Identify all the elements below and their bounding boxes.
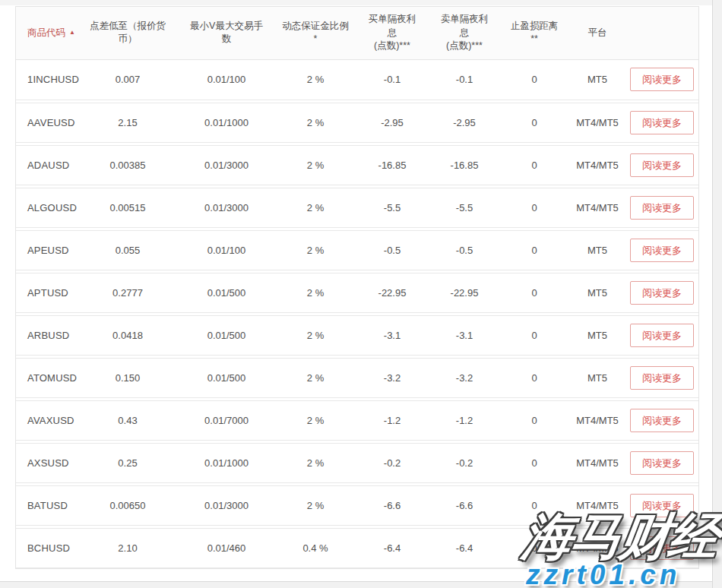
table-body: 1INCHUSD 0.007 0.01/100 2 % -0.1 -0.1 0 … [16,60,698,568]
cell-platform: MT5 [569,74,625,85]
cell-spread: 0.25 [78,457,177,469]
read-more-button[interactable]: 阅读更多 [630,366,694,390]
cell-sl-distance: 0 [499,415,569,426]
read-more-button[interactable]: 阅读更多 [630,239,694,262]
read-more-button[interactable]: 阅读更多 [630,68,694,91]
cell-platform: MT4/MT5 [569,457,625,469]
table-row: ATOMUSD 0.150 0.01/500 2 % -3.2 -3.2 0 M… [16,358,698,398]
cell-lots: 0.01/3000 [177,160,276,171]
read-more-button[interactable]: 阅读更多 [630,196,694,220]
read-more-button[interactable]: 阅读更多 [630,153,694,177]
cell-lots: 0.01/1000 [177,457,276,469]
cell-spread: 0.0418 [78,330,177,341]
cell-symbol: APTUSD [16,287,78,299]
column-header-lots: 最小V最大交易手 数 [177,20,276,46]
cell-sell-swap: -0.5 [429,245,499,256]
cell-symbol: BATUSD [16,500,78,511]
read-more-button[interactable]: 阅读更多 [630,111,694,134]
cell-platform: MT5 [569,330,625,341]
cell-symbol: 1INCHUSD [16,74,78,85]
cell-margin: 2 % [276,330,355,341]
column-header-symbol-label: 商品代码 [27,27,65,38]
cell-sl-distance: 0 [499,117,569,128]
cell-platform: MT5 [569,287,625,299]
cell-spread: 2.15 [78,117,177,128]
cell-spread: 0.2777 [78,287,177,299]
cell-sell-swap: -3.1 [429,330,499,341]
cell-sl-distance: 0 [499,74,569,85]
cell-spread: 0.00515 [78,202,177,213]
cell-margin: 2 % [276,245,355,256]
column-header-symbol[interactable]: 商品代码▲ [16,27,78,40]
instruments-table: 商品代码▲ 点差低至（报价货 币） 最小V最大交易手 数 动态保证金比例 * 买… [15,6,699,569]
column-header-platform: 平台 [569,27,625,40]
cell-sell-swap: -2.95 [429,117,499,128]
cell-margin: 2 % [276,287,355,299]
cell-lots: 0.01/3000 [177,202,276,213]
cell-symbol: ARBUSD [16,330,78,341]
cell-buy-swap: -3.1 [355,330,429,341]
cell-margin: 2 % [276,457,355,469]
cell-buy-swap: -16.85 [355,160,429,171]
cell-buy-swap: -0.5 [355,245,429,256]
cell-sell-swap: -6.4 [429,542,499,554]
cell-sell-swap: -3.2 [429,372,499,384]
cell-spread: 0.00385 [78,160,177,171]
read-more-button[interactable]: 阅读更多 [630,409,694,432]
cell-symbol: APEUSD [16,245,78,256]
cell-spread: 0.007 [78,74,177,85]
column-header-spread: 点差低至（报价货 币） [78,20,177,46]
cell-lots: 0.01/100 [177,245,276,256]
cell-margin: 2 % [276,415,355,426]
cell-lots: 0.01/3000 [177,500,276,511]
cell-symbol: ADAUSD [16,160,78,171]
cell-buy-swap: -22.95 [355,287,429,299]
cell-buy-swap: -5.5 [355,202,429,213]
cell-spread: 0.150 [78,372,177,384]
cell-symbol: AAVEUSD [16,117,78,128]
cell-platform: MT5 [569,245,625,256]
table-row: AAVEUSD 2.15 0.01/1000 2 % -2.95 -2.95 0… [16,103,698,143]
cell-lots: 0.01/1000 [177,117,276,128]
cell-sl-distance: 0 [499,330,569,341]
cell-sl-distance: 0 [499,457,569,469]
cell-sell-swap: -0.2 [429,457,499,469]
watermark-site-url: zzrt01.cn [526,559,680,588]
cell-buy-swap: -0.2 [355,457,429,469]
cell-sl-distance: 0 [499,245,569,256]
cell-sell-swap: -5.5 [429,202,499,213]
cell-platform: MT4/MT5 [569,160,625,171]
table-row: APTUSD 0.2777 0.01/500 2 % -22.95 -22.95… [16,273,698,313]
sort-asc-icon: ▲ [69,29,75,36]
cell-spread: 2.10 [78,542,177,554]
cell-symbol: AXSUSD [16,457,78,469]
cell-sell-swap: -1.2 [429,415,499,426]
cell-platform: MT5 [569,372,625,384]
read-more-button[interactable]: 阅读更多 [630,281,694,305]
cell-sl-distance: 0 [499,202,569,213]
cell-margin: 2 % [276,372,355,384]
cell-spread: 0.43 [78,415,177,426]
table-row: ARBUSD 0.0418 0.01/500 2 % -3.1 -3.1 0 M… [16,315,698,356]
vertical-scrollbar[interactable] [712,0,722,588]
table-row: ALGOUSD 0.00515 0.01/3000 2 % -5.5 -5.5 … [16,188,698,228]
cell-sell-swap: -6.6 [429,500,499,511]
cell-sell-swap: -16.85 [429,160,499,171]
cell-buy-swap: -0.1 [355,74,429,85]
cell-lots: 0.01/500 [177,372,276,384]
read-more-button[interactable]: 阅读更多 [630,324,694,347]
cell-spread: 0.00650 [78,500,177,511]
read-more-button[interactable]: 阅读更多 [630,451,694,475]
table-row: 1INCHUSD 0.007 0.01/100 2 % -0.1 -0.1 0 … [16,60,698,100]
cell-platform: MT4/MT5 [569,415,625,426]
column-header-sl-distance: 止盈损距离 ** [499,20,569,46]
cell-symbol: ALGOUSD [16,202,78,213]
cell-sell-swap: -22.95 [429,287,499,299]
column-header-margin: 动态保证金比例 * [276,20,355,46]
cell-platform: MT4/MT5 [569,117,625,128]
cell-lots: 0.01/500 [177,287,276,299]
cell-platform: MT4/MT5 [569,202,625,213]
cell-symbol: ATOMUSD [16,372,78,384]
cell-sl-distance: 0 [499,160,569,171]
cell-sl-distance: 0 [499,372,569,384]
